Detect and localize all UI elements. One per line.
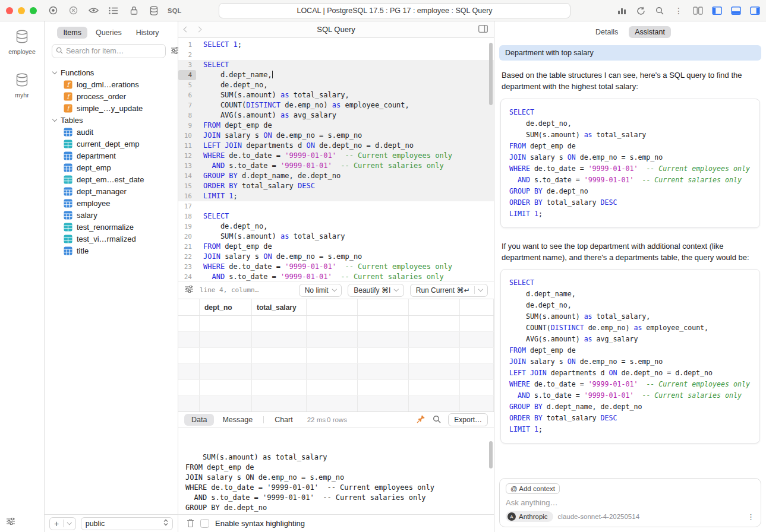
export-button[interactable]: Export…	[448, 413, 488, 426]
search-input[interactable]	[66, 47, 162, 55]
eye-icon[interactable]	[87, 4, 100, 17]
search-box[interactable]	[52, 44, 166, 58]
tab-queries[interactable]: Queries	[90, 27, 128, 39]
sidebar-item-employee[interactable]: employee	[45, 197, 178, 209]
table-row[interactable]	[178, 348, 494, 364]
code-line[interactable]: 12WHERE de.to_date = '9999-01-01' -- Cur…	[178, 151, 494, 161]
code-line[interactable]: 19 de.dept_no,	[178, 221, 494, 232]
code-line[interactable]: 3SELECT	[178, 60, 494, 70]
sliders-icon[interactable]	[6, 518, 15, 527]
disclosure-chevron-icon[interactable]	[52, 69, 57, 74]
cell[interactable]	[307, 380, 358, 395]
connection-title[interactable]: LOCAL | PostgreSQL 17.5 : PG 17 : employ…	[219, 3, 570, 18]
queue-list-icon[interactable]	[107, 4, 120, 17]
code-line[interactable]: 22JOIN salary s ON de.emp_no = s.emp_no	[178, 252, 494, 262]
cell[interactable]	[200, 380, 252, 395]
trash-icon[interactable]	[187, 518, 194, 529]
cell[interactable]	[460, 348, 494, 363]
code-line[interactable]: 4 d.dept_name,	[178, 70, 494, 80]
cell[interactable]	[409, 364, 460, 379]
format-sliders-icon[interactable]	[184, 286, 194, 294]
cell[interactable]	[252, 348, 307, 363]
cell[interactable]	[307, 332, 358, 347]
code-line[interactable]: 9FROM dept_emp de	[178, 121, 494, 131]
code-line[interactable]: 21FROM dept_emp de	[178, 242, 494, 252]
code-line[interactable]: 23WHERE de.to_date = '9999-01-01' -- Cur…	[178, 262, 494, 272]
assistant-code-block[interactable]: SELECT de.dept_no, SUM(s.amount) as tota…	[500, 99, 760, 228]
sidebar-item-audit[interactable]: audit	[45, 126, 178, 138]
code-line[interactable]: 18SELECT	[178, 211, 494, 221]
cell[interactable]	[460, 316, 494, 331]
message-panel[interactable]: SUM(s.amount) as total_salary FROM dept_…	[178, 428, 494, 514]
cell[interactable]	[307, 396, 358, 411]
tree-section-header[interactable]: Functions	[45, 66, 178, 78]
sidebar-item-title[interactable]: title	[45, 245, 178, 256]
sidebar-item-process-order[interactable]: fprocess_order	[45, 90, 178, 102]
code-line[interactable]: 1SELECT 1;	[178, 40, 494, 50]
code-line[interactable]: 15ORDER BY total_salary DESC	[178, 181, 494, 191]
cell[interactable]	[252, 380, 307, 395]
cell[interactable]	[178, 348, 200, 363]
code-line[interactable]: 20 SUM(s.amount) as total_salary	[178, 232, 494, 242]
rail-item-employee[interactable]: employee	[8, 30, 36, 55]
code-line[interactable]: 6 SUM(s.amount) as total_salary,	[178, 90, 494, 100]
chart-icon[interactable]	[615, 4, 628, 17]
minimize-window-button[interactable]	[18, 7, 25, 14]
tab-details[interactable]: Details	[590, 26, 624, 38]
add-item-button[interactable]: +	[49, 517, 76, 530]
cell[interactable]	[358, 332, 409, 347]
code-line[interactable]: 17	[178, 201, 494, 211]
column-header-dept_no[interactable]: dept_no	[200, 299, 252, 315]
sql-editor[interactable]: 1SELECT 1;23SELECT4 d.dept_name,5 de.dep…	[178, 38, 494, 281]
cell[interactable]	[307, 316, 358, 331]
run-current-button[interactable]: Run Current ⌘↵	[410, 284, 488, 297]
tab-chart[interactable]: Chart	[267, 414, 300, 426]
code-line[interactable]: 2	[178, 50, 494, 60]
schema-select[interactable]: public	[81, 517, 173, 530]
sidebar-item-salary[interactable]: salary	[45, 209, 178, 221]
cell[interactable]	[409, 316, 460, 331]
cell[interactable]	[200, 332, 252, 347]
sidebar-item-log-dml-erations[interactable]: flog_dml…erations	[45, 78, 178, 90]
tab-items[interactable]: Items	[57, 27, 87, 39]
code-line[interactable]: 7 COUNT(DISTINCT de.emp_no) as employee_…	[178, 100, 494, 110]
cell[interactable]	[200, 364, 252, 379]
code-line[interactable]: 14GROUP BY d.dept_name, de.dept_no	[178, 171, 494, 181]
ask-input[interactable]	[506, 498, 755, 507]
add-context-button[interactable]: @ Add context	[506, 483, 560, 494]
beautify-dropdown[interactable]: Beautify ⌘I	[348, 284, 404, 297]
code-line[interactable]: 5 de.dept_no,	[178, 80, 494, 90]
sidebar-item-test-renormalize[interactable]: test_renormalize	[45, 221, 178, 233]
column-header-total_salary[interactable]: total_salary	[252, 299, 307, 315]
composer-kebab-icon[interactable]: ⋮	[747, 512, 755, 521]
editor-scrollbar[interactable]	[489, 43, 493, 105]
code-line[interactable]: 8 AVG(s.amount) as avg_salary	[178, 110, 494, 121]
lock-icon[interactable]	[127, 4, 140, 17]
limit-dropdown[interactable]: No limit	[299, 284, 342, 297]
sidebar-item-test-vi-rmalized[interactable]: test_vi…rmalized	[45, 233, 178, 245]
cell[interactable]	[178, 396, 200, 411]
toggle-right-panel-icon[interactable]	[748, 4, 761, 17]
tab-message[interactable]: Message	[215, 414, 260, 426]
table-row[interactable]	[178, 380, 494, 396]
cell[interactable]	[307, 364, 358, 379]
zoom-window-button[interactable]	[30, 7, 37, 14]
tree-section-header[interactable]: Tables	[45, 114, 178, 126]
code-line[interactable]: 11LEFT JOIN departments d ON de.dept_no …	[178, 141, 494, 151]
enable-syntax-highlighting-checkbox[interactable]	[200, 519, 209, 528]
cell[interactable]	[252, 316, 307, 331]
code-line[interactable]: 13 AND s.to_date = '9999-01-01' -- Curre…	[178, 161, 494, 171]
cell[interactable]	[200, 316, 252, 331]
sidebar-item-dept-manager[interactable]: dept_manager	[45, 185, 178, 197]
cell[interactable]	[460, 332, 494, 347]
toggle-bottom-panel-icon[interactable]	[729, 4, 742, 17]
cell[interactable]	[178, 316, 200, 331]
tab-assistant[interactable]: Assistant	[629, 26, 671, 38]
search-icon[interactable]	[653, 4, 666, 17]
tab-data[interactable]: Data	[184, 414, 214, 426]
record-icon[interactable]	[46, 4, 59, 17]
sidebar-item-current-dept-emp[interactable]: current_dept_emp	[45, 138, 178, 150]
cell[interactable]	[460, 396, 494, 411]
kebab-menu-icon[interactable]: ⋮	[672, 4, 685, 17]
cell[interactable]	[252, 364, 307, 379]
